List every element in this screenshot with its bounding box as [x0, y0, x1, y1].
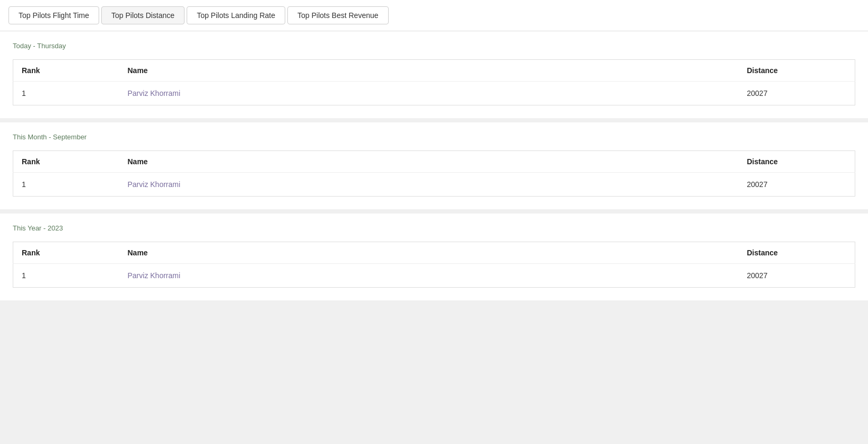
column-header-rank: Rank	[13, 242, 119, 264]
name-cell: Parviz Khorrami	[119, 264, 739, 288]
distance-cell: 20027	[739, 264, 855, 288]
tab-distance[interactable]: Top Pilots Distance	[101, 6, 185, 24]
tab-best-revenue[interactable]: Top Pilots Best Revenue	[287, 6, 389, 24]
section-title-today: Today - Thursday	[13, 42, 855, 50]
section-title-this-month: This Month - September	[13, 133, 855, 141]
column-header-rank: Rank	[13, 60, 119, 82]
content-area: Today - ThursdayRankNameDistance1Parviz …	[0, 31, 868, 300]
section-title-this-year: This Year - 2023	[13, 224, 855, 232]
column-header-distance: Distance	[739, 151, 855, 173]
column-header-distance: Distance	[739, 60, 855, 82]
tab-flight-time[interactable]: Top Pilots Flight Time	[8, 6, 99, 24]
column-header-name: Name	[119, 60, 739, 82]
section-today: Today - ThursdayRankNameDistance1Parviz …	[0, 31, 868, 118]
distance-cell: 20027	[739, 173, 855, 197]
table-row: 1Parviz Khorrami20027	[13, 264, 855, 288]
column-header-rank: Rank	[13, 151, 119, 173]
distance-cell: 20027	[739, 82, 855, 105]
name-cell: Parviz Khorrami	[119, 82, 739, 105]
column-header-name: Name	[119, 151, 739, 173]
section-this-month: This Month - SeptemberRankNameDistance1P…	[0, 122, 868, 209]
table-row: 1Parviz Khorrami20027	[13, 82, 855, 105]
name-cell: Parviz Khorrami	[119, 173, 739, 197]
section-this-year: This Year - 2023RankNameDistance1Parviz …	[0, 214, 868, 300]
tab-landing-rate[interactable]: Top Pilots Landing Rate	[187, 6, 285, 24]
column-header-name: Name	[119, 242, 739, 264]
tabs-bar: Top Pilots Flight TimeTop Pilots Distanc…	[0, 0, 868, 31]
table-row: 1Parviz Khorrami20027	[13, 173, 855, 197]
rank-cell: 1	[13, 82, 119, 105]
rank-cell: 1	[13, 264, 119, 288]
rank-cell: 1	[13, 173, 119, 197]
column-header-distance: Distance	[739, 242, 855, 264]
